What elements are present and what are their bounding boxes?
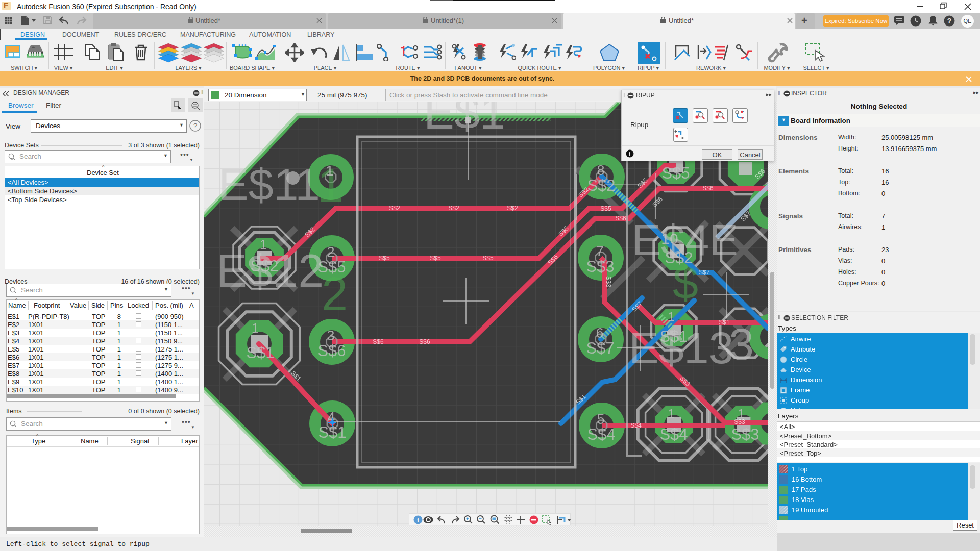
svg-text:S$2: S$2 bbox=[507, 205, 518, 212]
svg-text:S$1: S$1 bbox=[719, 319, 730, 326]
svg-text:S$6: S$6 bbox=[702, 185, 714, 192]
svg-text:S$2: S$2 bbox=[665, 249, 693, 267]
svg-text:1: 1 bbox=[668, 309, 675, 324]
svg-text:S$3: S$3 bbox=[586, 258, 614, 276]
svg-text:5: 5 bbox=[597, 412, 604, 427]
svg-text:S$6: S$6 bbox=[615, 215, 626, 222]
svg-text:S$2: S$2 bbox=[389, 205, 400, 212]
svg-text:1: 1 bbox=[668, 406, 675, 421]
svg-text:S$7: S$7 bbox=[699, 269, 710, 276]
svg-text:S$6: S$6 bbox=[373, 338, 384, 345]
svg-text:S$5: S$5 bbox=[317, 258, 346, 276]
svg-text:?: ? bbox=[947, 17, 952, 25]
svg-text:S$7: S$7 bbox=[586, 339, 614, 357]
svg-text:1: 1 bbox=[326, 163, 333, 179]
svg-text:S$5: S$5 bbox=[482, 255, 494, 262]
svg-text:S$4: S$4 bbox=[587, 425, 615, 443]
svg-text:8: 8 bbox=[597, 163, 604, 178]
svg-text:2: 2 bbox=[327, 244, 334, 260]
svg-text:S$3: S$3 bbox=[731, 425, 759, 443]
svg-text:S$1: S$1 bbox=[246, 344, 274, 362]
svg-text:1: 1 bbox=[260, 237, 267, 252]
svg-text:S$2: S$2 bbox=[587, 177, 615, 194]
svg-text:3: 3 bbox=[729, 319, 754, 369]
svg-text:S$3: S$3 bbox=[734, 418, 745, 425]
svg-text:E$1: E$1 bbox=[424, 102, 505, 138]
svg-text:S$3: S$3 bbox=[605, 276, 612, 287]
svg-text:7: 7 bbox=[596, 244, 603, 259]
svg-text:S$5: S$5 bbox=[662, 164, 690, 182]
svg-text:10: 10 bbox=[661, 230, 678, 247]
svg-text:1: 1 bbox=[252, 320, 259, 336]
svg-text:S$2: S$2 bbox=[250, 257, 278, 275]
svg-text:3: 3 bbox=[327, 328, 334, 343]
svg-text:?: ? bbox=[193, 122, 197, 130]
svg-text:S$5: S$5 bbox=[430, 255, 441, 262]
svg-text:S$2: S$2 bbox=[448, 205, 459, 212]
svg-text:S$5: S$5 bbox=[379, 255, 390, 262]
svg-text:S$4: S$4 bbox=[659, 425, 688, 443]
svg-text:E$11: E$11 bbox=[218, 159, 320, 210]
svg-text:S$4: S$4 bbox=[630, 422, 642, 429]
svg-text:S$6: S$6 bbox=[317, 342, 346, 360]
svg-text:S$5: S$5 bbox=[600, 205, 611, 212]
svg-text:S$6: S$6 bbox=[419, 338, 430, 345]
svg-text:S$1: S$1 bbox=[659, 328, 688, 345]
svg-text:6: 6 bbox=[596, 325, 603, 341]
